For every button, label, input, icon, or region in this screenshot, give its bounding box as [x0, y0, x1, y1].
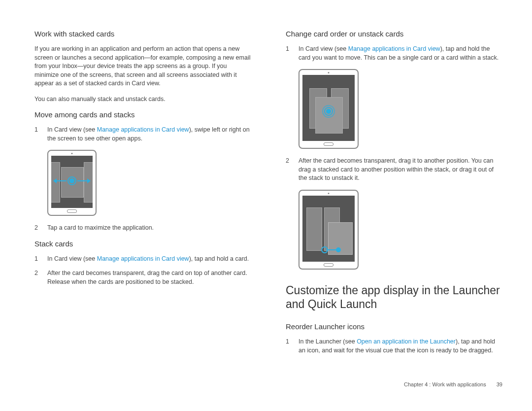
heading-reorder-icons: Reorder Launcher icons [286, 322, 502, 331]
right-column: Change card order or unstack cards 1 In … [286, 25, 502, 375]
heading-customize-launcher: Customize the app display in the Launche… [286, 283, 502, 312]
footer-page-number: 39 [497, 381, 502, 387]
heading-move: Move among cards and stacks [34, 110, 251, 119]
link-open-app-launcher[interactable]: Open an application in the Launcher [357, 338, 456, 345]
para-stacked-2: You can also manually stack and unstack … [34, 95, 251, 104]
heading-change-order: Change card order or unstack cards [286, 30, 502, 38]
change-step-2: 2 After the card becomes transparent, dr… [286, 157, 502, 183]
link-manage-apps[interactable]: Manage applications in Card view [97, 255, 189, 262]
heading-stack: Stack cards [34, 240, 251, 248]
drag-gesture-icon [321, 245, 341, 255]
change-step-1: 1 In Card view (see Manage applications … [286, 45, 502, 62]
figure-tap-hold-card [299, 69, 502, 149]
move-step-1: 1 In Card view (see Manage applications … [34, 126, 251, 143]
page-footer: Chapter 4 : Work with applications 39 [0, 379, 532, 387]
figure-swipe-cards [47, 150, 251, 216]
move-step-2: 2 Tap a card to maximize the application… [34, 224, 251, 233]
link-manage-apps[interactable]: Manage applications in Card view [97, 126, 189, 133]
stack-step-2: 2 After the card becomes transparent, dr… [34, 269, 251, 286]
figure-drag-card [299, 190, 502, 270]
para-stacked-1: If you are working in an application and… [34, 45, 251, 88]
stack-step-1: 1 In Card view (see Manage applications … [34, 255, 251, 264]
link-manage-apps[interactable]: Manage applications in Card view [348, 45, 440, 52]
reorder-step-1: 1 In the Launcher (see Open an applicati… [286, 338, 502, 355]
left-column: Work with stacked cards If you are worki… [34, 25, 251, 375]
heading-work-stacked: Work with stacked cards [34, 30, 251, 38]
footer-chapter: Chapter 4 : Work with applications [404, 381, 486, 387]
swipe-gesture-icon [55, 176, 89, 186]
